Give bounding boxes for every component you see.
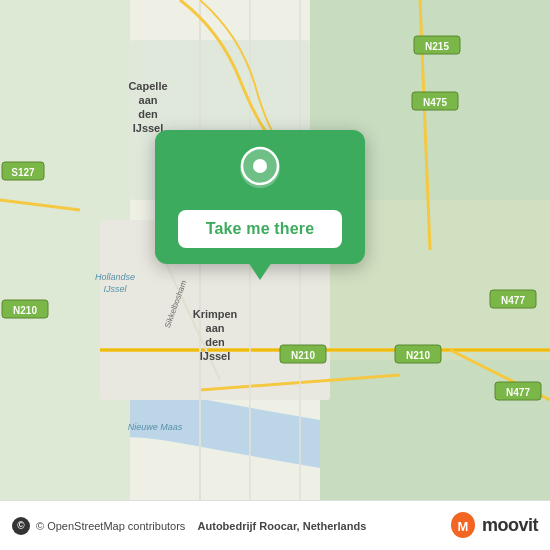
svg-text:aan: aan bbox=[206, 322, 225, 334]
svg-point-47 bbox=[253, 159, 267, 173]
svg-text:S127: S127 bbox=[11, 167, 35, 178]
svg-text:M: M bbox=[458, 519, 469, 534]
svg-text:aan: aan bbox=[139, 94, 158, 106]
svg-text:N210: N210 bbox=[291, 350, 315, 361]
footer-left: © © OpenStreetMap contributors Autobedri… bbox=[12, 517, 366, 535]
moovit-logo: M moovit bbox=[448, 511, 538, 541]
footer-attribution: © OpenStreetMap contributors Autobedrijf… bbox=[36, 520, 366, 532]
svg-text:Hollandse: Hollandse bbox=[95, 272, 135, 282]
moovit-icon: M bbox=[448, 511, 478, 541]
svg-text:N210: N210 bbox=[13, 305, 37, 316]
svg-text:Krimpen: Krimpen bbox=[193, 308, 238, 320]
location-popup: Take me there bbox=[155, 130, 365, 264]
take-me-there-button[interactable]: Take me there bbox=[178, 210, 343, 248]
svg-text:N477: N477 bbox=[501, 295, 525, 306]
moovit-brand-text: moovit bbox=[482, 515, 538, 536]
svg-text:N210: N210 bbox=[406, 350, 430, 361]
location-pin-icon bbox=[236, 146, 284, 202]
location-icon-wrapper bbox=[234, 148, 286, 200]
svg-text:den: den bbox=[205, 336, 225, 348]
footer-bar: © © OpenStreetMap contributors Autobedri… bbox=[0, 500, 550, 550]
svg-text:Nieuwe Maas: Nieuwe Maas bbox=[128, 422, 183, 432]
svg-text:IJssel: IJssel bbox=[200, 350, 231, 362]
country-name: Netherlands bbox=[303, 520, 367, 532]
map-container: N215 N475 S127 N210 N210 N210 N477 N477 … bbox=[0, 0, 550, 500]
business-name: Autobedrijf Roocar, bbox=[198, 520, 300, 532]
openstreetmap-logo: © bbox=[12, 517, 30, 535]
svg-text:den: den bbox=[138, 108, 158, 120]
svg-text:IJssel: IJssel bbox=[103, 284, 127, 294]
svg-text:N475: N475 bbox=[423, 97, 447, 108]
svg-text:Capelle: Capelle bbox=[128, 80, 167, 92]
attribution-text: © OpenStreetMap contributors bbox=[36, 520, 185, 532]
svg-text:N215: N215 bbox=[425, 41, 449, 52]
svg-rect-3 bbox=[320, 360, 550, 500]
svg-text:N477: N477 bbox=[506, 387, 530, 398]
